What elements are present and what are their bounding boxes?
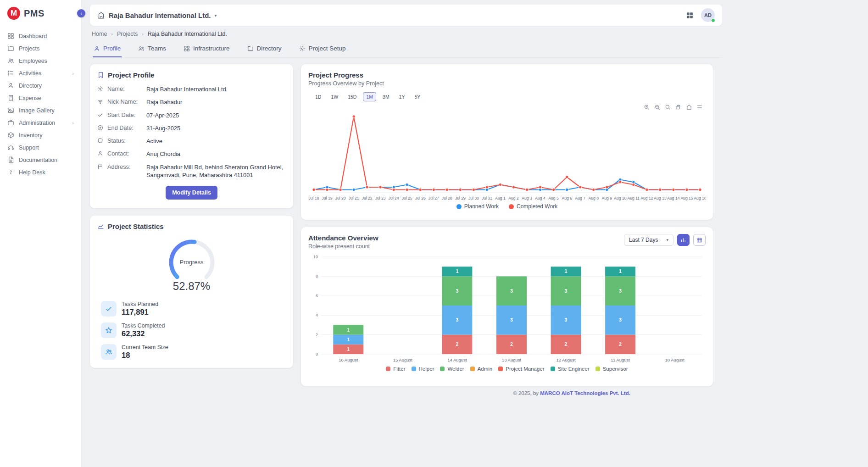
tab-label: Teams: [148, 45, 166, 52]
range-3m[interactable]: 3M: [379, 92, 393, 101]
sidebar-item-image-gallery[interactable]: Image Gallery: [0, 104, 81, 117]
svg-text:Jul 30: Jul 30: [468, 196, 479, 200]
tab-profile[interactable]: Profile: [93, 41, 122, 57]
sidebar-item-projects[interactable]: Projects: [0, 42, 81, 55]
breadcrumb-home[interactable]: Home: [92, 31, 107, 37]
sidebar-item-help-desk[interactable]: Help Desk: [0, 166, 81, 178]
legend-marker: [470, 367, 475, 371]
progress-line-chart[interactable]: Jul 18Jul 19Jul 20Jul 21Jul 22Jul 23Jul …: [308, 103, 706, 202]
field-status: Status: Active: [97, 137, 286, 145]
gauge-value: 52.87%: [162, 280, 222, 293]
home-icon[interactable]: [686, 104, 692, 111]
sidebar: M PMS ‹ Dashboard Projects Employees Act…: [0, 0, 82, 467]
svg-text:3: 3: [456, 289, 459, 294]
legend-item[interactable]: Supervisor: [595, 366, 628, 372]
legend-marker: [386, 367, 390, 371]
field-nick-name: Nick Name: Raja Bahadur: [97, 98, 286, 106]
company-name: Raja Bahadur International Ltd.: [109, 11, 211, 19]
legend-item[interactable]: Planned Work: [456, 203, 499, 210]
svg-text:Jul 24: Jul 24: [389, 196, 399, 200]
chevron-right-icon: ›: [72, 71, 74, 76]
svg-text:2: 2: [619, 342, 622, 347]
stat-label: Current Team Size: [122, 344, 168, 350]
range-1y[interactable]: 1Y: [396, 92, 408, 101]
zoom-in-icon[interactable]: [644, 104, 650, 111]
tab-infrastructure[interactable]: Infrastructure: [183, 41, 231, 57]
tab-directory[interactable]: Directory: [246, 41, 283, 57]
sidebar-item-support[interactable]: Support: [0, 141, 81, 154]
svg-text:8: 8: [316, 274, 318, 278]
legend-item[interactable]: Helper: [412, 366, 434, 372]
breadcrumb-separator: ›: [111, 31, 113, 37]
stats-list: Tasks Planned 117,891 Tasks Completed 62…: [101, 301, 286, 360]
footer-link[interactable]: MARCO AIoT Technologies Pvt. Ltd.: [540, 390, 630, 396]
svg-text:Jul 29: Jul 29: [455, 196, 466, 200]
field-address: Address: Raja Bahadur Mill Rd, behind Sh…: [97, 163, 286, 179]
legend-item[interactable]: Admin: [470, 366, 493, 372]
legend-marker: [509, 204, 514, 209]
chart-line-icon: [97, 223, 104, 230]
range-1m[interactable]: 1M: [363, 92, 376, 101]
legend-marker: [440, 367, 445, 371]
tab-label: Directory: [257, 45, 282, 52]
chart-toolbar: [644, 104, 703, 111]
svg-text:3: 3: [619, 289, 622, 294]
sidebar-item-activities[interactable]: Activities ›: [0, 67, 81, 79]
bar-view-toggle[interactable]: [677, 234, 690, 246]
legend-item[interactable]: Fitter: [386, 366, 405, 372]
sidebar-item-directory[interactable]: Directory: [0, 79, 81, 92]
attendance-overview-card: Attendance Overview Role-wise present co…: [301, 227, 713, 386]
field-name: Name: Raja Bahadur International Ltd.: [97, 85, 286, 93]
svg-text:Jul 22: Jul 22: [362, 196, 373, 200]
svg-text:Jul 28: Jul 28: [442, 196, 452, 200]
svg-text:Aug 1: Aug 1: [495, 196, 506, 200]
sidebar-item-label: Documentation: [19, 157, 57, 163]
avatar[interactable]: AD: [701, 8, 715, 22]
user-icon: [97, 150, 103, 156]
main-area: Raja Bahadur International Ltd. ▾ AD Hom…: [82, 0, 868, 467]
legend-item[interactable]: Welder: [440, 366, 464, 372]
range-1w[interactable]: 1W: [328, 92, 341, 101]
tab-teams[interactable]: Teams: [137, 41, 167, 57]
svg-text:1: 1: [456, 269, 459, 274]
tab-project-setup[interactable]: Project Setup: [298, 41, 347, 57]
sidebar-item-administration[interactable]: Administration ›: [0, 117, 81, 129]
online-status-dot: [711, 18, 715, 22]
gear-icon: [97, 86, 103, 92]
list-icon: [7, 70, 14, 77]
svg-text:0: 0: [316, 352, 318, 356]
stat-label: Tasks Completed: [122, 322, 165, 329]
range-1d[interactable]: 1D: [312, 92, 324, 101]
svg-text:12 August: 12 August: [556, 357, 576, 362]
pan-icon[interactable]: [675, 104, 682, 111]
attendance-bar-chart[interactable]: 024681016 August11115 August14 August233…: [308, 252, 706, 365]
sidebar-collapse-button[interactable]: ‹: [77, 9, 85, 17]
range-5y[interactable]: 5Y: [411, 92, 423, 101]
svg-text:Jul 18: Jul 18: [309, 196, 319, 200]
zoom-out-icon[interactable]: [654, 104, 661, 111]
sidebar-item-label: Activities: [19, 70, 41, 77]
svg-text:Aug 14: Aug 14: [667, 196, 679, 200]
footer-text: © 2025, by: [513, 390, 540, 396]
breadcrumb-projects[interactable]: Projects: [117, 31, 138, 37]
stat-value: 117,891: [122, 308, 158, 317]
sidebar-item-dashboard[interactable]: Dashboard: [0, 30, 81, 42]
sidebar-item-inventory[interactable]: Inventory: [0, 129, 81, 141]
svg-text:3: 3: [510, 289, 513, 294]
date-range-select[interactable]: Last 7 Days ▾: [624, 234, 673, 246]
legend-item[interactable]: Project Manager: [498, 366, 544, 372]
field-label: Start Date:: [107, 111, 142, 118]
sidebar-item-documentation[interactable]: Documentation: [0, 154, 81, 166]
legend-item[interactable]: Site Engineer: [551, 366, 590, 372]
shield-icon: [97, 138, 103, 144]
sidebar-item-expense[interactable]: Expense: [0, 92, 81, 104]
range-15d[interactable]: 15D: [345, 92, 360, 101]
modify-details-button[interactable]: Modify Details: [166, 186, 217, 200]
table-view-toggle[interactable]: [693, 234, 706, 246]
company-selector[interactable]: Raja Bahadur International Ltd. ▾: [97, 11, 217, 19]
menu-icon[interactable]: [696, 104, 703, 111]
sidebar-item-employees[interactable]: Employees: [0, 55, 81, 67]
selection-zoom-icon[interactable]: [665, 104, 671, 111]
apps-grid-icon[interactable]: [686, 11, 694, 19]
legend-item[interactable]: Completed Work: [509, 203, 557, 210]
